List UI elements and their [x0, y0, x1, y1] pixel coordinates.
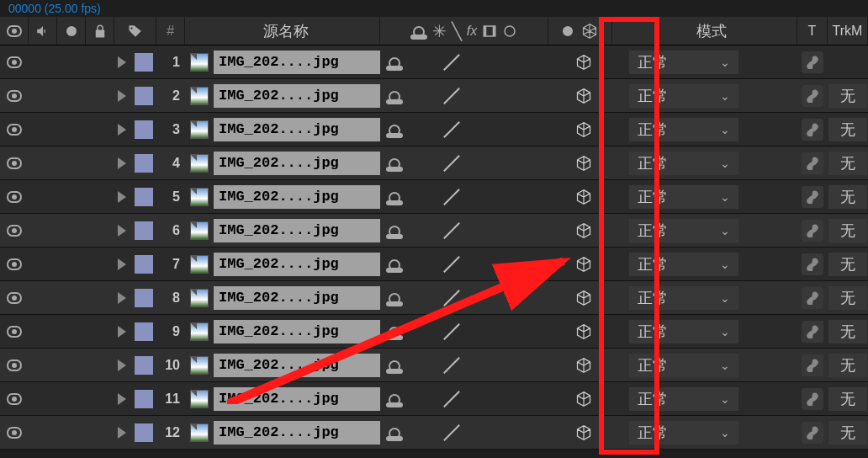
frame-blend-toggle[interactable]	[495, 248, 523, 280]
lock-toggle[interactable]	[86, 349, 114, 381]
motion-blur-toggle[interactable]	[523, 180, 552, 213]
blend-mode-select[interactable]: 正常 ⌄	[616, 180, 797, 213]
collapse-toggle[interactable]	[409, 382, 437, 415]
lock-toggle[interactable]	[86, 180, 114, 213]
label-color[interactable]	[130, 146, 155, 179]
3d-toggle[interactable]	[552, 315, 616, 348]
visibility-toggle[interactable]	[0, 79, 29, 112]
mode-column-header[interactable]: 模式	[612, 17, 797, 45]
shy-toggle[interactable]	[380, 382, 409, 415]
shy-toggle[interactable]	[380, 45, 409, 78]
fx-toggle[interactable]	[466, 315, 495, 348]
frame-blend-toggle[interactable]	[495, 281, 523, 314]
trackmatte-select[interactable]	[828, 45, 868, 78]
audio-toggle[interactable]	[29, 349, 57, 381]
visibility-toggle[interactable]	[0, 416, 29, 449]
collapse-toggle[interactable]	[409, 281, 437, 314]
solo-toggle[interactable]	[57, 113, 86, 146]
collapse-toggle[interactable]	[409, 214, 437, 247]
lock-toggle[interactable]	[86, 45, 114, 78]
lock-toggle[interactable]	[86, 113, 114, 146]
switches-column-header[interactable]: ✳ ╲ fx	[380, 17, 548, 45]
frame-blend-toggle[interactable]	[495, 180, 523, 213]
solo-toggle[interactable]	[57, 79, 86, 112]
t-toggle[interactable]	[797, 281, 828, 314]
quality-toggle[interactable]	[437, 416, 466, 449]
audio-toggle[interactable]	[29, 382, 57, 415]
quality-toggle[interactable]	[437, 45, 466, 78]
fx-toggle[interactable]	[466, 281, 495, 314]
expand-toggle[interactable]	[114, 214, 130, 247]
lock-toggle[interactable]	[86, 79, 114, 112]
fx-toggle[interactable]	[466, 349, 495, 381]
audio-toggle[interactable]	[29, 416, 57, 449]
visibility-toggle[interactable]	[0, 349, 29, 381]
solo-toggle[interactable]	[57, 146, 86, 179]
layer-row[interactable]: 12 IMG_202....jpg 正常 ⌄ 无	[0, 416, 868, 450]
frame-blend-toggle[interactable]	[495, 416, 523, 449]
blend-mode-select[interactable]: 正常 ⌄	[616, 146, 797, 179]
expand-toggle[interactable]	[114, 79, 130, 112]
frame-blend-toggle[interactable]	[495, 79, 523, 112]
layer-row[interactable]: 8 IMG_202....jpg 正常 ⌄ 无	[0, 281, 868, 315]
visibility-toggle[interactable]	[0, 45, 29, 78]
visibility-toggle[interactable]	[0, 180, 29, 213]
3d-toggle[interactable]	[552, 180, 616, 213]
visibility-column-header[interactable]	[0, 17, 29, 45]
fx-toggle[interactable]	[466, 113, 495, 146]
visibility-toggle[interactable]	[0, 281, 29, 314]
source-name-column-header[interactable]: 源名称	[185, 17, 380, 45]
audio-toggle[interactable]	[29, 281, 57, 314]
quality-toggle[interactable]	[437, 180, 466, 213]
motion-blur-toggle[interactable]	[523, 113, 552, 146]
label-color[interactable]	[130, 79, 155, 112]
motion-blur-toggle[interactable]	[523, 214, 552, 247]
visibility-toggle[interactable]	[0, 146, 29, 179]
shy-toggle[interactable]	[380, 416, 409, 449]
audio-toggle[interactable]	[29, 180, 57, 213]
layer-row[interactable]: 1 IMG_202....jpg 正常 ⌄	[0, 45, 868, 79]
frame-blend-toggle[interactable]	[495, 113, 523, 146]
label-color[interactable]	[130, 349, 155, 381]
layer-name[interactable]: IMG_202....jpg	[214, 286, 380, 310]
visibility-toggle[interactable]	[0, 113, 29, 146]
3d-column-header[interactable]	[548, 17, 612, 45]
3d-toggle[interactable]	[552, 382, 616, 415]
label-color[interactable]	[130, 248, 155, 280]
layer-row[interactable]: 2 IMG_202....jpg 正常 ⌄ 无	[0, 79, 868, 113]
3d-toggle[interactable]	[552, 214, 616, 247]
layer-name[interactable]: IMG_202....jpg	[214, 51, 380, 74]
layer-name[interactable]: IMG_202....jpg	[214, 152, 380, 175]
3d-toggle[interactable]	[552, 281, 616, 314]
quality-toggle[interactable]	[437, 315, 466, 348]
layer-row[interactable]: 7 IMG_202....jpg 正常 ⌄ 无	[0, 248, 868, 281]
layer-name[interactable]: IMG_202....jpg	[214, 84, 380, 108]
blend-mode-select[interactable]: 正常 ⌄	[616, 248, 797, 280]
layer-name[interactable]: IMG_202....jpg	[214, 219, 380, 242]
blend-mode-select[interactable]: 正常 ⌄	[616, 349, 797, 381]
label-column-header[interactable]	[114, 17, 156, 45]
quality-toggle[interactable]	[437, 79, 466, 112]
expand-toggle[interactable]	[114, 315, 130, 348]
t-column-header[interactable]: T	[797, 17, 828, 45]
3d-toggle[interactable]	[552, 416, 616, 449]
blend-mode-select[interactable]: 正常 ⌄	[616, 281, 797, 314]
lock-toggle[interactable]	[86, 248, 114, 280]
expand-toggle[interactable]	[114, 416, 130, 449]
label-color[interactable]	[130, 281, 155, 314]
layer-name[interactable]: IMG_202....jpg	[214, 185, 380, 209]
label-color[interactable]	[130, 315, 155, 348]
motion-blur-toggle[interactable]	[523, 281, 552, 314]
motion-blur-toggle[interactable]	[523, 79, 552, 112]
layer-name[interactable]: IMG_202....jpg	[214, 118, 380, 141]
visibility-toggle[interactable]	[0, 315, 29, 348]
trackmatte-select[interactable]: 无	[828, 180, 868, 213]
trackmatte-select[interactable]: 无	[828, 146, 868, 179]
layer-name[interactable]: IMG_202....jpg	[214, 387, 380, 411]
audio-toggle[interactable]	[29, 248, 57, 280]
fx-toggle[interactable]	[466, 248, 495, 280]
frame-blend-toggle[interactable]	[495, 315, 523, 348]
blend-mode-select[interactable]: 正常 ⌄	[616, 382, 797, 415]
audio-toggle[interactable]	[29, 214, 57, 247]
lock-toggle[interactable]	[86, 315, 114, 348]
